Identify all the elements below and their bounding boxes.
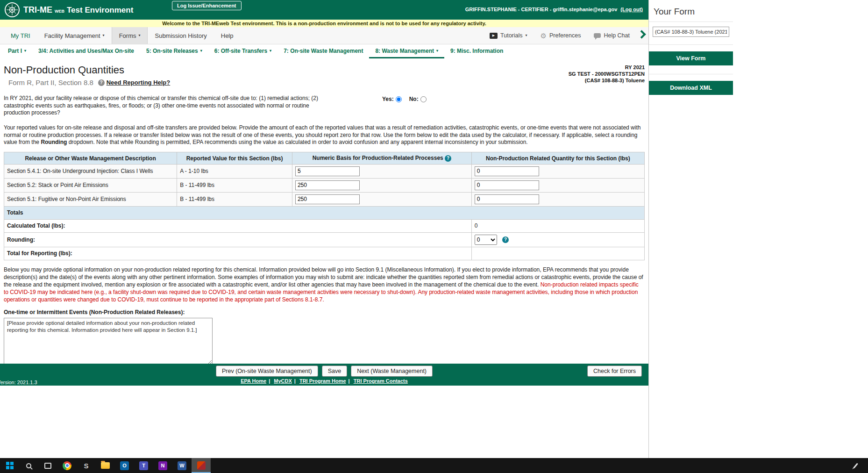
subnav-waste-management[interactable]: 8: Waste Management ▾ — [369, 44, 444, 58]
user-info: GRIFFIN.STEPHANIE - CERTIFIER - griffin.… — [465, 7, 617, 12]
download-xml-button[interactable]: Download XML — [649, 81, 733, 95]
subnav-misc-information[interactable]: 9: Misc. Information — [444, 44, 509, 58]
active-app-button[interactable] — [192, 458, 211, 473]
rounding-select[interactable]: 0 — [475, 235, 497, 245]
no-radio[interactable] — [420, 96, 427, 102]
help-icon: ? — [98, 79, 105, 86]
no-option: No: — [409, 96, 427, 102]
row-non-production-cell — [471, 178, 644, 192]
pen-button[interactable] — [846, 463, 865, 469]
pen-icon — [853, 463, 858, 468]
action-buttons: Prev (On-site Waste Management) Save Nex… — [0, 364, 648, 377]
skype-button[interactable]: S — [77, 458, 96, 473]
rounding-label: Rounding: — [4, 232, 472, 247]
logout-link[interactable]: (Log out) — [620, 7, 643, 12]
subnav-activities-uses[interactable]: 3/4: Activities and Uses/Max On-site — [32, 44, 140, 58]
menu-forms[interactable]: Forms ▾ — [112, 27, 148, 44]
subnav-label: 6: Off-site Transfers — [214, 48, 267, 54]
view-form-button[interactable]: View Form — [649, 51, 733, 65]
menu-submission-history[interactable]: Submission History — [148, 27, 213, 44]
divider — [649, 44, 733, 45]
help-chat-button[interactable]: Help Chat — [594, 32, 630, 39]
preferences-button[interactable]: ⚙ Preferences — [541, 32, 581, 39]
separator: | — [349, 378, 350, 384]
reporting-year: RY 2021 — [569, 64, 645, 71]
form-selector-input[interactable] — [653, 27, 729, 37]
gear-icon: ⚙ — [541, 32, 547, 39]
separator: | — [269, 378, 270, 384]
subnav-part-i[interactable]: Part I ▾ — [2, 44, 32, 58]
next-button[interactable]: Next (Waste Management) — [351, 366, 433, 377]
teams-button[interactable]: T — [134, 458, 153, 473]
link-mycdx[interactable]: MyCDX — [274, 378, 292, 384]
column-header-numeric-basis: Numeric Basis for Production-Related Pro… — [292, 152, 471, 165]
column-header-non-production-qty: Non-Production Related Quantity for this… — [471, 152, 644, 165]
page-title: Non-Production Quantities — [4, 64, 170, 76]
yes-no-group: Yes: No: — [382, 96, 427, 102]
check-for-errors-button[interactable]: Check for Errors — [587, 366, 642, 377]
row-non-production-cell — [471, 192, 644, 206]
windows-taskbar: S O T N W — [0, 458, 868, 473]
menu-facility-management[interactable]: Facility Management ▾ — [37, 27, 112, 44]
rounding-cell: 0 ? — [471, 232, 644, 247]
help-icon[interactable]: ? — [502, 236, 509, 243]
file-explorer-button[interactable] — [96, 458, 115, 473]
action-bar: Prev (On-site Waste Management) Save Nex… — [0, 364, 648, 386]
link-epa-home[interactable]: EPA Home — [241, 378, 266, 384]
onenote-button[interactable]: N — [153, 458, 172, 473]
brand-sub: WEB — [55, 9, 64, 14]
prev-button[interactable]: Prev (On-site Waste Management) — [216, 366, 318, 377]
chrome-button[interactable] — [57, 458, 77, 473]
calculated-total-row: Calculated Total (lbs): 0 — [4, 219, 645, 232]
link-tri-program-contacts[interactable]: TRI Program Contacts — [354, 378, 408, 384]
start-button[interactable] — [0, 458, 19, 473]
row-description: Section 5.4.1: On-site Underground Injec… — [4, 164, 177, 178]
footer-links: EPA Home| MyCDX| TRI Program Home| TRI P… — [0, 378, 648, 384]
non-production-qty-input[interactable] — [475, 180, 539, 190]
taskbar-right — [846, 458, 865, 473]
intro-text-2: dropdown. Note that while Rounding is pe… — [67, 139, 527, 145]
app-header: TRI-ME WEB Test Environment Log Issue/En… — [0, 0, 648, 20]
caret-down-icon: ▾ — [200, 49, 202, 53]
non-production-qty-input[interactable] — [475, 166, 539, 176]
page-content: Non-Production Quantities Form R, Part I… — [0, 58, 648, 364]
log-issue-button[interactable]: Log Issue/Enhancement — [172, 1, 242, 10]
task-view-button[interactable] — [38, 458, 57, 473]
question-text: In RY 2021, did your facility release or… — [4, 95, 326, 117]
numeric-basis-input[interactable] — [295, 194, 360, 204]
numeric-basis-input[interactable] — [295, 180, 360, 190]
outlook-button[interactable]: O — [115, 458, 134, 473]
calculated-total-label: Calculated Total (lbs): — [4, 219, 472, 232]
outlook-icon: O — [120, 461, 129, 470]
menu-label: Submission History — [155, 32, 206, 39]
totals-label: Totals — [4, 206, 645, 219]
column-header-description: Release or Other Waste Management Descri… — [4, 152, 177, 165]
menu-my-tri[interactable]: My TRI — [4, 27, 37, 44]
active-app-icon — [197, 461, 206, 470]
separator: | — [294, 378, 296, 384]
tutorials-label: Tutorials — [500, 32, 522, 39]
numeric-basis-input[interactable] — [295, 166, 360, 176]
need-reporting-help-link[interactable]: Need Reporting Help? — [107, 79, 171, 86]
non-production-table: Release or Other Waste Management Descri… — [4, 152, 645, 260]
your-form-panel: Your Form View Form Download XML — [648, 0, 868, 458]
divider — [649, 22, 733, 22]
menu-help[interactable]: Help — [214, 27, 241, 44]
sidebar-title: Your Form — [649, 2, 868, 22]
row-numeric-basis-cell — [292, 178, 471, 192]
link-tri-program-home[interactable]: TRI Program Home — [299, 378, 346, 384]
events-textarea[interactable]: [Please provide optional detailed inform… — [4, 318, 213, 364]
non-production-qty-input[interactable] — [475, 194, 539, 204]
help-icon[interactable]: ? — [445, 155, 451, 162]
subnav-offsite-transfers[interactable]: 6: Off-site Transfers ▾ — [208, 44, 277, 58]
table-header-row: Release or Other Waste Management Descri… — [4, 152, 645, 165]
page-whitespace — [0, 386, 648, 458]
taskbar-search-button[interactable] — [19, 458, 38, 473]
tutorials-button[interactable]: ▶ Tutorials ▾ — [490, 32, 527, 39]
yes-radio[interactable] — [396, 96, 402, 102]
total-for-reporting-label: Total for Reporting (lbs): — [4, 247, 472, 260]
subnav-onsite-releases[interactable]: 5: On-site Releases ▾ — [140, 44, 208, 58]
save-button[interactable]: Save — [322, 366, 348, 377]
word-button[interactable]: W — [172, 458, 192, 473]
subnav-onsite-waste-management[interactable]: 7: On-site Waste Management — [277, 44, 369, 58]
